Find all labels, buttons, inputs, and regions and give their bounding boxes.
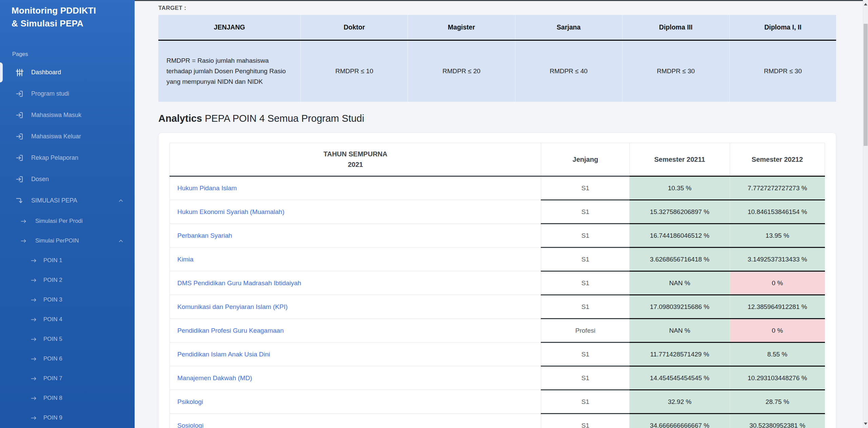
arrow-right-icon [31,415,37,421]
sidebar-item-simulasi-per-prodi[interactable]: Simulasi Per Prodi [0,211,135,231]
jenjang-cell: Profesi [541,319,630,343]
prodi-cell: Pendidikan Islam Anak Usia Dini [170,343,541,366]
sidebar-item-mahasiswa-keluar[interactable]: Mahasiswa Keluar [0,126,135,147]
arrow-right-icon [31,356,37,362]
target-col-magister: Magister [408,15,515,40]
table-row: DMS Pendidikan Guru Madrasah Ibtidaiyah … [170,271,825,295]
sidebar-item-poin-5[interactable]: POIN 5 [0,329,135,349]
semester1-cell: 32.92 % [630,390,730,414]
page-title-rest: PEPA POIN 4 Semua Program Studi [205,113,364,124]
target-col-sarjana: Sarjana [515,15,622,40]
sidebar-item-label: POIN 3 [43,296,62,303]
prodi-link[interactable]: DMS Pendidikan Guru Madrasah Ibtidaiyah [177,279,301,287]
target-value-diploma3: RMDPR ≤ 30 [622,40,729,102]
active-indicator [0,62,3,82]
sidebar-item-rekap-pelaporan[interactable]: Rekap Pelaporan [0,147,135,169]
arrow-right-icon [31,395,37,402]
sidebar-item-label: Mahasiswa Keluar [31,133,81,140]
sidebar-item-poin-3[interactable]: POIN 3 [0,290,135,310]
box-arrow-in-right-icon [15,90,24,98]
sidebar-item-simulai-perpoin[interactable]: Simulai PerPOIN [0,231,135,251]
sidebar-nav: Dashboard Program studi Mahasiswa Masuk … [0,62,135,428]
sidebar-item-label: POIN 8 [43,395,62,402]
sidebar-item-program-studi[interactable]: Program studi [0,83,135,104]
scrollbar-up-arrow-icon[interactable] [864,3,867,5]
sidebar-section-label: Pages [12,51,135,57]
header-jenjang: Jenjang [541,143,630,176]
sidebar-item-label: Dashboard [31,69,61,76]
arrow-right-icon [31,277,37,284]
table-row: Pendidikan Profesi Guru Keagamaan Profes… [170,319,825,343]
arrow-return-down-icon [15,196,24,205]
semester1-cell: NAN % [630,271,730,295]
scrollbar-thumb[interactable] [864,24,868,146]
rmdpr-description: RMDPR = Rasio jumlah mahasiswa terhadap … [158,40,301,102]
chevron-up-icon [118,198,124,203]
jenjang-cell: S1 [541,295,630,319]
sidebar-item-poin-4[interactable]: POIN 4 [0,310,135,329]
prodi-link[interactable]: Komunikasi dan Penyiaran Islam (KPI) [177,303,288,310]
semester1-cell: 10.35 % [630,176,730,200]
prodi-link[interactable]: Manajemen Dakwah (MD) [177,374,252,382]
prodi-cell: Psikologi [170,390,541,414]
sidebar-item-label: Rekap Pelaporan [31,154,78,161]
table-row: Perbankan Syariah S1 16.744186046512 % 1… [170,224,825,248]
scrollbar[interactable] [863,0,868,428]
semester1-cell: 11.771428571429 % [630,343,730,366]
prodi-cell: Komunikasi dan Penyiaran Islam (KPI) [170,295,541,319]
sidebar-item-poin-7[interactable]: POIN 7 [0,369,135,388]
sidebar-item-dosen[interactable]: Dosen [0,169,135,190]
semester2-cell: 28.75 % [730,390,825,414]
prodi-link[interactable]: Kimia [177,256,194,263]
analytics-table-body: Hukum Pidana Islam S1 10.35 % 7.77272727… [170,176,825,428]
target-value-doktor: RMDPR ≤ 10 [301,40,408,102]
sidebar-item-poin-8[interactable]: POIN 8 [0,388,135,408]
semester2-cell: 7.7727272727273 % [730,176,825,200]
analytics-table: TAHUN SEMPURNA 2021 Jenjang Semester 202… [170,143,825,428]
prodi-link[interactable]: Psikologi [177,398,203,405]
prodi-cell: DMS Pendidikan Guru Madrasah Ibtidaiyah [170,271,541,295]
sidebar-item-label: POIN 4 [43,316,62,323]
prodi-cell: Hukum Pidana Islam [170,176,541,200]
prodi-cell: Perbankan Syariah [170,224,541,248]
sidebar-item-label: POIN 5 [43,336,62,343]
semester2-cell: 0 % [730,319,825,343]
target-value-diploma12: RMDPR ≤ 30 [729,40,836,102]
sidebar-item-dashboard[interactable]: Dashboard [0,62,135,83]
semester1-cell: 16.744186046512 % [630,224,730,248]
header-semester-20212: Semester 20212 [730,143,825,176]
semester1-cell: 15.327586206897 % [630,200,730,224]
prodi-link[interactable]: Hukum Pidana Islam [177,184,237,192]
semester1-cell: NAN % [630,319,730,343]
prodi-link[interactable]: Sosiologi [177,422,203,428]
prodi-link[interactable]: Pendidikan Profesi Guru Keagamaan [177,327,284,334]
page-title-bold: Analytics [158,113,202,124]
arrow-right-icon [31,316,37,323]
jenjang-cell: S1 [541,390,630,414]
box-arrow-in-right-icon [15,154,24,162]
sidebar-item-poin-9[interactable]: POIN 9 [0,408,135,428]
jenjang-cell: S1 [541,248,630,271]
sidebar-item-label: Simulasi Per Prodi [35,218,83,225]
sidebar: Monitoring PDDIKTI & Simulasi PEPA Pages… [0,0,135,428]
sidebar-item-mahasiswa-masuk[interactable]: Mahasiswa Masuk [0,104,135,126]
jenjang-cell: S1 [541,271,630,295]
sidebar-item-label: Program studi [31,90,69,97]
scrollbar-down-arrow-icon[interactable] [864,423,867,425]
prodi-cell: Kimia [170,248,541,271]
sidebar-item-poin-6[interactable]: POIN 6 [0,349,135,369]
prodi-link[interactable]: Hukum Ekonomi Syariah (Muamalah) [177,208,284,215]
table-row: Psikologi S1 32.92 % 28.75 % [170,390,825,414]
sidebar-item-simulasi-pepa[interactable]: SIMULASI PEPA [0,190,135,211]
prodi-link[interactable]: Perbankan Syariah [177,232,232,239]
sidebar-item-label: POIN 2 [43,277,62,284]
prodi-link[interactable]: Pendidikan Islam Anak Usia Dini [177,351,270,358]
chevron-up-icon [118,238,124,244]
sidebar-item-poin-2[interactable]: POIN 2 [0,270,135,290]
target-row: RMDPR = Rasio jumlah mahasiswa terhadap … [158,40,836,102]
semester1-cell: 14.454545454545 % [630,366,730,390]
sliders-icon [15,68,24,77]
sidebar-item-poin-1[interactable]: POIN 1 [0,251,135,270]
box-arrow-in-right-icon [15,111,24,119]
arrow-right-icon [31,257,37,264]
